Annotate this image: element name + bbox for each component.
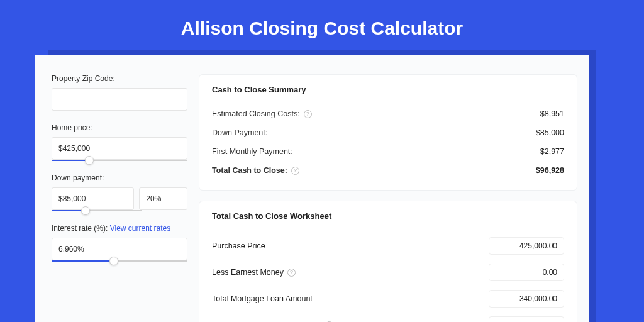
summary-row-value: $85,000 xyxy=(536,128,564,137)
slider-thumb[interactable] xyxy=(109,257,118,265)
interest-rate-label: Interest rate (%): View current rates xyxy=(52,224,187,233)
down-payment-slider[interactable] xyxy=(52,210,142,211)
panel-shadow: Property Zip Code: Home price: Down paym… xyxy=(48,50,596,322)
summary-row: Down Payment: $85,000 xyxy=(212,123,564,142)
worksheet-row-label: Total Mortgage Loan Amount xyxy=(212,294,313,303)
zip-label: Property Zip Code: xyxy=(52,74,187,83)
calculator-panel: Property Zip Code: Home price: Down paym… xyxy=(35,55,589,322)
results-column: Cash to Close Summary Estimated Closing … xyxy=(199,74,577,322)
worksheet-row-value: 0.00 xyxy=(489,316,564,322)
view-rates-link[interactable]: View current rates xyxy=(110,224,171,233)
slider-fill xyxy=(52,260,114,262)
interest-rate-input[interactable] xyxy=(52,238,187,260)
worksheet-row-label: Purchase Price xyxy=(212,242,265,250)
slider-fill xyxy=(52,160,89,161)
worksheet-card: Total Cash to Close Worksheet Purchase P… xyxy=(199,201,577,322)
summary-total-label: Total Cash to Close: xyxy=(212,166,287,175)
summary-heading: Cash to Close Summary xyxy=(212,85,564,94)
home-price-slider[interactable] xyxy=(52,160,187,161)
help-icon[interactable]: ? xyxy=(287,269,296,277)
home-price-field: Home price: xyxy=(52,123,187,161)
worksheet-row-value: 425,000.00 xyxy=(489,237,564,255)
zip-field: Property Zip Code: xyxy=(52,74,187,111)
summary-row-label: First Monthly Payment: xyxy=(212,147,292,156)
worksheet-row: Less Earnest Money ? 0.00 xyxy=(212,257,564,284)
summary-row: Estimated Closing Costs: ? $8,951 xyxy=(212,104,564,123)
summary-row-label: Down Payment: xyxy=(212,128,267,137)
worksheet-row-value: 0.00 xyxy=(489,264,564,281)
summary-row-value: $8,951 xyxy=(540,109,564,118)
worksheet-row: Total Second Mortgage Amount ? 0.00 xyxy=(212,310,564,322)
summary-total-value: $96,928 xyxy=(536,166,564,175)
summary-total-row: Total Cash to Close: ? $96,928 xyxy=(212,161,564,180)
worksheet-row: Total Mortgage Loan Amount 340,000.00 xyxy=(212,284,564,310)
help-icon[interactable]: ? xyxy=(304,110,312,118)
down-payment-field: Down payment: xyxy=(52,174,187,211)
down-payment-pct-input[interactable] xyxy=(139,187,187,210)
home-price-label: Home price: xyxy=(52,123,187,132)
worksheet-row: Purchase Price 425,000.00 xyxy=(212,231,564,257)
down-payment-input[interactable] xyxy=(52,187,134,210)
slider-fill xyxy=(52,210,86,211)
help-icon[interactable]: ? xyxy=(291,167,299,175)
zip-input[interactable] xyxy=(52,88,187,111)
summary-row-value: $2,977 xyxy=(540,147,564,156)
page-title: Allison Closing Cost Calculator xyxy=(0,0,644,50)
slider-thumb[interactable] xyxy=(85,156,94,165)
worksheet-row-value: 340,000.00 xyxy=(489,290,564,308)
slider-thumb[interactable] xyxy=(81,206,90,215)
interest-rate-slider[interactable] xyxy=(52,260,187,262)
summary-row: First Monthly Payment: $2,977 xyxy=(212,142,564,161)
interest-rate-field: Interest rate (%): View current rates xyxy=(52,224,187,262)
worksheet-heading: Total Cash to Close Worksheet xyxy=(212,211,564,221)
home-price-input[interactable] xyxy=(52,137,187,160)
interest-label-text: Interest rate (%): xyxy=(52,224,110,233)
down-payment-label: Down payment: xyxy=(52,174,187,182)
inputs-column: Property Zip Code: Home price: Down paym… xyxy=(52,74,187,322)
worksheet-row-label: Less Earnest Money xyxy=(212,268,284,277)
summary-card: Cash to Close Summary Estimated Closing … xyxy=(199,74,577,191)
summary-row-label: Estimated Closing Costs: xyxy=(212,109,300,118)
